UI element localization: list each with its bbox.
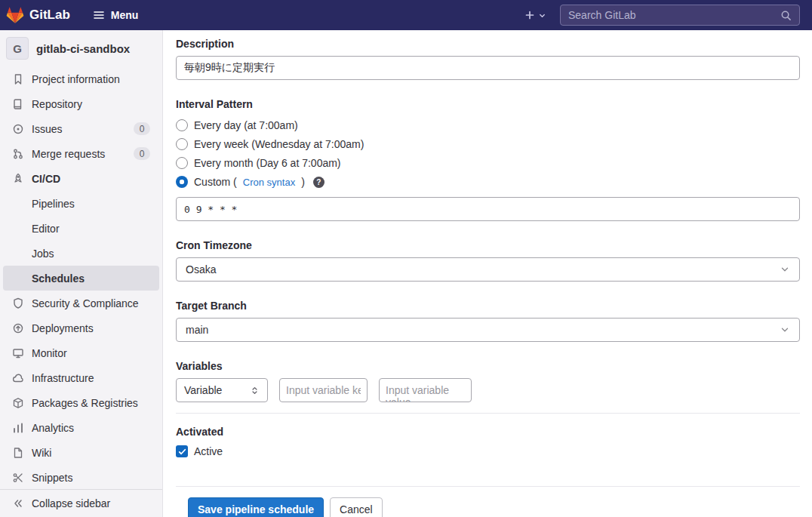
interval-option-custom[interactable]: Custom ( Cron syntax ) ? — [176, 173, 800, 191]
sidebar-item-monitor[interactable]: Monitor — [0, 340, 162, 365]
description-group: Description — [176, 38, 800, 80]
help-icon[interactable]: ? — [313, 177, 324, 188]
navbar-left: GitLab Menu — [6, 6, 138, 24]
cloud-icon — [12, 372, 24, 384]
double-chevron-left-icon — [12, 497, 24, 509]
cron-input[interactable] — [176, 197, 800, 221]
merge-requests-icon — [12, 148, 24, 160]
sidebar-item-deployments[interactable]: Deployments — [0, 315, 162, 340]
package-icon — [12, 397, 24, 409]
variable-type-value: Variable — [184, 384, 222, 396]
project-information-icon — [12, 73, 24, 85]
chevron-down-icon — [780, 325, 790, 335]
sidebar-item-snippets[interactable]: Snippets — [0, 465, 162, 490]
interval-option-label: Every week (Wednesday at 7:00am) — [194, 138, 364, 150]
search-input[interactable] — [568, 9, 774, 21]
radio-weekly[interactable] — [176, 138, 188, 150]
collapse-sidebar-button[interactable]: Collapse sidebar — [0, 489, 162, 517]
bar-chart-icon — [12, 422, 24, 434]
radio-custom[interactable] — [176, 176, 188, 188]
sidebar-item-label: Jobs — [32, 248, 54, 260]
new-item-dropdown[interactable] — [521, 6, 549, 24]
interval-pattern-label: Interval Pattern — [176, 98, 800, 110]
up-down-caret-icon — [250, 386, 260, 395]
repository-icon — [12, 98, 24, 110]
sidebar-item-packages-registries[interactable]: Packages & Registries — [0, 390, 162, 415]
sidebar-item-pipelines[interactable]: Pipelines — [0, 191, 162, 216]
menu-button[interactable]: Menu — [93, 9, 139, 21]
sidebar-item-wiki[interactable]: Wiki — [0, 440, 162, 465]
interval-option-weekly[interactable]: Every week (Wednesday at 7:00am) — [176, 135, 800, 153]
description-input[interactable] — [176, 56, 800, 80]
merge-requests-count-badge: 0 — [134, 147, 150, 160]
timezone-selected-value: Osaka — [186, 263, 216, 275]
sidebar-item-label: Snippets — [32, 472, 72, 484]
sidebar-item-label: Deployments — [32, 322, 94, 334]
timezone-select[interactable]: Osaka — [176, 257, 800, 282]
cron-syntax-link[interactable]: Cron syntax — [243, 177, 295, 188]
variable-value-input[interactable]: Input variable value — [379, 378, 472, 402]
interval-pattern-group: Interval Pattern Every day (at 7:00am) E… — [176, 98, 800, 221]
shield-icon — [12, 297, 24, 309]
activated-label: Activated — [176, 426, 800, 438]
sidebar-item-schedules[interactable]: Schedules — [3, 266, 159, 291]
sidebar-item-issues[interactable]: Issues 0 — [0, 116, 162, 141]
plus-icon — [524, 9, 536, 21]
navbar-right — [521, 5, 800, 26]
global-search-box[interactable] — [560, 5, 800, 26]
sidebar-item-analytics[interactable]: Analytics — [0, 415, 162, 440]
interval-option-daily[interactable]: Every day (at 7:00am) — [176, 116, 800, 134]
check-icon — [178, 448, 186, 456]
issues-icon — [12, 123, 24, 135]
menu-button-label: Menu — [111, 9, 139, 21]
cicd-icon — [12, 173, 24, 185]
issues-count-badge: 0 — [134, 122, 150, 135]
save-pipeline-schedule-button[interactable]: Save pipeline schedule — [188, 497, 324, 517]
target-branch-select[interactable]: main — [176, 318, 800, 342]
variables-label: Variables — [176, 360, 800, 372]
sidebar-item-editor[interactable]: Editor — [0, 216, 162, 241]
sidebar-item-repository[interactable]: Repository — [0, 91, 162, 116]
scissors-icon — [12, 472, 24, 484]
description-label: Description — [176, 38, 800, 50]
hamburger-icon — [93, 9, 105, 21]
sidebar-item-infrastructure[interactable]: Infrastructure — [0, 365, 162, 390]
deployments-icon — [12, 322, 24, 334]
custom-option-prefix: Custom ( — [194, 176, 237, 188]
target-branch-label: Target Branch — [176, 300, 800, 312]
sidebar-item-project-information[interactable]: Project information — [0, 66, 162, 91]
active-checkbox-label: Active — [194, 445, 223, 457]
sidebar-item-cicd[interactable]: CI/CD — [0, 166, 162, 191]
custom-option-suffix: ) — [301, 176, 305, 188]
search-icon[interactable] — [780, 10, 792, 21]
section-divider — [176, 413, 800, 414]
monitor-icon — [12, 347, 24, 359]
gitlab-home-link[interactable]: GitLab — [6, 6, 70, 24]
radio-monthly[interactable] — [176, 157, 188, 169]
sidebar-item-label: Schedules — [32, 272, 85, 285]
sidebar-item-jobs[interactable]: Jobs — [0, 241, 162, 266]
variable-key-input[interactable] — [279, 378, 368, 402]
variables-group: Variables Variable Input variable value — [176, 360, 800, 414]
cancel-button[interactable]: Cancel — [330, 497, 383, 517]
project-name: gitlab-ci-sandbox — [36, 42, 130, 55]
interval-option-label: Every month (Day 6 at 7:00am) — [194, 157, 341, 169]
sidebar-item-label: Security & Compliance — [32, 297, 139, 309]
sidebar-item-label: Infrastructure — [32, 372, 94, 384]
project-context[interactable]: G gitlab-ci-sandbox — [0, 30, 162, 66]
sidebar-item-merge-requests[interactable]: Merge requests 0 — [0, 141, 162, 166]
sidebar-item-security-compliance[interactable]: Security & Compliance — [0, 291, 162, 315]
document-icon — [12, 447, 24, 459]
top-navbar: GitLab Menu — [0, 0, 812, 30]
radio-daily[interactable] — [176, 119, 188, 131]
collapse-sidebar-label: Collapse sidebar — [32, 497, 110, 509]
active-checkbox-row[interactable]: Active — [176, 444, 800, 459]
variable-type-select[interactable]: Variable — [176, 378, 268, 402]
sidebar-item-label: Repository — [32, 98, 82, 110]
interval-option-label: Every day (at 7:00am) — [194, 119, 298, 131]
interval-option-monthly[interactable]: Every month (Day 6 at 7:00am) — [176, 154, 800, 172]
form-actions: Save pipeline schedule Cancel — [176, 487, 800, 517]
activated-group: Activated Active — [176, 426, 800, 459]
active-checkbox[interactable] — [176, 445, 188, 457]
sidebar-nav: Project information Repository Issues 0 … — [0, 66, 162, 490]
